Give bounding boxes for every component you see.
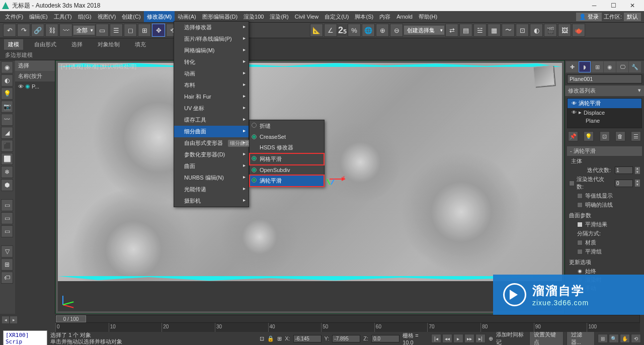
submenu-meshsmooth[interactable]: 网格平滑 — [250, 153, 324, 165]
mirror-button[interactable]: ⇄ — [445, 24, 458, 37]
menu-cameras[interactable]: 摄影机 — [174, 195, 249, 207]
undo-button[interactable]: ↶ — [3, 24, 16, 37]
update-always-radio[interactable] — [577, 269, 583, 274]
configure-sets-button[interactable]: ☰ — [631, 131, 641, 141]
menu-render100[interactable]: 渲染100 — [240, 11, 267, 22]
remove-modifier-button[interactable]: 🗑 — [615, 131, 625, 141]
remove-selset-button[interactable]: ⊖ — [390, 24, 403, 37]
time-tag-icon[interactable]: ⊕ — [489, 335, 493, 342]
cp-tab-create[interactable]: ✚ — [566, 61, 578, 72]
viewport-nav-1[interactable]: ⊞ — [598, 334, 608, 343]
isoline-checkbox[interactable] — [577, 193, 583, 199]
angle-snap-button[interactable]: ∠ — [324, 24, 337, 37]
time-nav-next[interactable]: ▸ — [10, 316, 17, 323]
viewcube[interactable] — [533, 65, 554, 87]
x-input[interactable] — [293, 335, 321, 342]
left-tool-8[interactable]: ⬜ — [1, 153, 13, 165]
left-tool-9[interactable]: ❄ — [1, 166, 13, 178]
selection-filter-dropdown[interactable]: 全部 — [73, 26, 95, 35]
iterations-input[interactable] — [615, 166, 633, 174]
viewport-nav-3[interactable]: ✋ — [620, 334, 630, 343]
menu-create[interactable]: 创建(C) — [119, 11, 143, 22]
explicit-normals-checkbox[interactable] — [577, 202, 583, 208]
menu-cloth[interactable]: 布料 — [174, 79, 249, 91]
expand-icon[interactable]: ▸ — [579, 109, 582, 116]
ribbon-tab-freeform[interactable]: 自由形式 — [30, 39, 60, 50]
menu-group[interactable]: 组(G) — [75, 11, 95, 22]
curve-editor-button[interactable]: 〜 — [502, 24, 515, 37]
close-button[interactable]: ✕ — [623, 0, 642, 11]
menu-cache-tools[interactable]: 缓存工具 — [174, 114, 249, 126]
cp-tab-utilities[interactable]: 🔧 — [629, 61, 641, 72]
menu-freeform-deformers[interactable]: 自由形式变形器细分曲面 — [174, 137, 249, 149]
bind-spacewarp-button[interactable]: 〰 — [59, 24, 72, 37]
ribbon-tab-modeling[interactable]: 建模 — [4, 39, 23, 50]
left-tool-4[interactable]: 📷 — [1, 101, 13, 113]
menu-parametric-deformers[interactable]: 参数化变形器(D) — [174, 149, 249, 160]
viewport-nav-4[interactable]: ⟲ — [631, 334, 641, 343]
isolate-icon[interactable]: ⊡ — [260, 335, 264, 342]
left-tool-3[interactable]: 💡 — [1, 88, 13, 100]
menu-rendering[interactable]: 渲染(R) — [267, 11, 291, 22]
time-nav-prev[interactable]: ◂ — [2, 316, 9, 323]
modifier-stack[interactable]: 👁涡轮平滑 👁▸Displace Plane — [567, 98, 642, 128]
prev-frame-button[interactable]: ◂◂ — [442, 334, 452, 343]
left-tool-2[interactable]: ◐ — [1, 74, 13, 87]
eye-icon[interactable]: 👁 — [18, 83, 24, 90]
ribbon-tab-object-paint[interactable]: 对象绘制 — [94, 39, 124, 50]
menu-customize[interactable]: 自定义(U) — [321, 11, 352, 22]
scene-explorer-col-header[interactable]: 名称(按升 — [15, 71, 55, 81]
z-input[interactable] — [371, 335, 399, 342]
left-tool-13[interactable]: ▭ — [1, 225, 13, 237]
unlink-button[interactable]: ⛓ — [45, 24, 58, 37]
spinner-snap-button[interactable]: 🌐 — [362, 24, 375, 37]
eye-icon[interactable]: 👁 — [572, 101, 577, 106]
left-tool-12[interactable]: ▭ — [1, 212, 13, 224]
link-button[interactable]: 🔗 — [31, 24, 44, 37]
select-move-button[interactable]: ✥ — [152, 24, 165, 37]
rendered-frame-button[interactable]: 🖼 — [558, 24, 571, 37]
menu-graph-editors[interactable]: 图形编辑器(D) — [199, 11, 240, 22]
modifier-displace[interactable]: 👁▸Displace — [568, 108, 641, 117]
edit-selset-button[interactable]: ⊕ — [376, 24, 389, 37]
base-object-plane[interactable]: Plane — [568, 117, 641, 125]
menu-surface[interactable]: 曲面 — [174, 160, 249, 172]
menu-hair-fur[interactable]: Hair 和 Fur — [174, 91, 249, 103]
left-tool-1[interactable]: ◉ — [1, 61, 13, 73]
play-button[interactable]: ▸ — [453, 334, 463, 343]
submenu-creaseset[interactable]: CreaseSet — [250, 132, 324, 142]
menu-radiosity[interactable]: 光能传递 — [174, 184, 249, 195]
window-crossing-button[interactable]: ⊞ — [138, 24, 151, 37]
submenu-opensubdiv[interactable]: OpenSubdiv — [250, 165, 324, 175]
viewport[interactable]: x [+] [透视] [标准] [默认明暗处理] — [55, 60, 565, 314]
cp-tab-display[interactable]: 🖵 — [616, 61, 628, 72]
viewport-label[interactable]: [+] [透视] [标准] [默认明暗处理] — [61, 63, 136, 70]
menu-nurbs-editing[interactable]: NURBS 编辑(N) — [174, 172, 249, 184]
time-ruler[interactable]: 0 10 20 30 40 50 60 70 80 90 100 — [55, 323, 640, 332]
render-iter-input[interactable] — [615, 180, 633, 187]
modifier-list-header[interactable]: 修改器列表▾ — [565, 85, 644, 96]
redo-button[interactable]: ↷ — [17, 24, 30, 37]
menu-subdivision-surfaces[interactable]: 细分曲面 — [174, 126, 249, 137]
percent-snap-button[interactable]: % — [348, 24, 361, 37]
ribbon-tab-populate[interactable]: 填充 — [131, 39, 150, 50]
lock-icon[interactable]: 🔒 — [267, 335, 274, 342]
goto-end-button[interactable]: ▸| — [475, 334, 486, 343]
submenu-turbosmooth[interactable]: 涡轮平滑 — [250, 175, 324, 187]
gizmo-x-axis[interactable]: x — [330, 179, 345, 180]
menu-help[interactable]: 帮助(H) — [416, 11, 440, 22]
maximize-button[interactable]: ☐ — [604, 0, 623, 11]
menu-edit[interactable]: 编辑(E) — [26, 11, 51, 22]
select-object-button[interactable]: ▭ — [96, 24, 109, 37]
spin-down[interactable]: ▾ — [635, 170, 640, 174]
region-rect-button[interactable]: ◻ — [124, 24, 137, 37]
menu-patch-spline-editing[interactable]: 面片/样条线编辑(P) — [174, 33, 249, 45]
toggle-ribbon-button[interactable]: ▦ — [488, 24, 501, 37]
maxscript-listener[interactable]: [XR100] Scrip — [3, 330, 47, 345]
time-slider[interactable]: 0 / 100 — [55, 315, 640, 323]
workspace-dropdown[interactable]: 默认 — [624, 13, 641, 21]
left-tool-expand[interactable]: ⊞ — [1, 258, 13, 271]
goto-start-button[interactable]: |◂ — [431, 334, 441, 343]
menu-select-modifiers[interactable]: 选择修改器 — [174, 22, 249, 33]
spin-down[interactable]: ▾ — [635, 183, 640, 187]
